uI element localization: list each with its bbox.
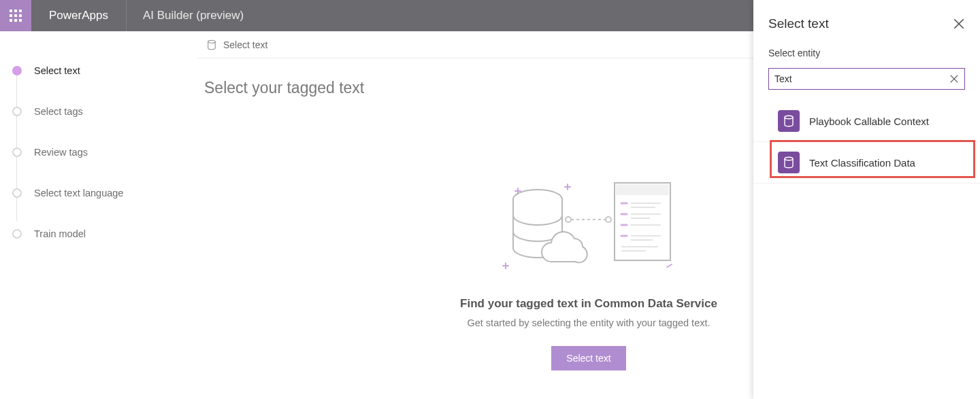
- step-label: Train model: [34, 228, 86, 239]
- database-icon: [207, 39, 216, 50]
- select-text-panel: Select text Select entity Playbook Calla…: [753, 0, 980, 399]
- entity-name: Text Classification Data: [809, 157, 915, 169]
- step-select-language[interactable]: Select text language: [12, 173, 185, 213]
- svg-point-10: [566, 217, 571, 222]
- step-dot-icon: [12, 107, 22, 116]
- page-product-title: AI Builder (preview): [127, 0, 260, 31]
- entity-list: Playbook Callable Context Text Classific…: [753, 101, 980, 184]
- breadcrumb-item: Select text: [223, 39, 267, 50]
- svg-point-33: [785, 157, 793, 160]
- entity-name: Playbook Callable Context: [809, 116, 929, 127]
- clear-search-icon[interactable]: [949, 74, 959, 84]
- step-train-model[interactable]: Train model: [12, 213, 185, 254]
- empty-state-subtitle: Get started by selecting the entity with…: [467, 317, 710, 328]
- entity-row[interactable]: Playbook Callable Context: [753, 101, 980, 142]
- svg-rect-14: [616, 184, 669, 195]
- entity-icon: [778, 152, 800, 173]
- close-icon[interactable]: [953, 18, 965, 30]
- select-text-button[interactable]: Select text: [551, 346, 625, 370]
- step-dot-icon: [12, 66, 22, 75]
- svg-point-12: [606, 217, 611, 222]
- svg-point-32: [785, 116, 793, 119]
- panel-title: Select text: [768, 16, 953, 31]
- wizard-steps: Select text Select tags Review tags Sele…: [0, 31, 197, 399]
- empty-state-illustration: [500, 179, 677, 274]
- entity-icon: [778, 110, 800, 132]
- step-label: Review tags: [34, 147, 88, 158]
- step-dot-icon: [12, 229, 22, 239]
- svg-line-8: [667, 264, 672, 267]
- step-label: Select text: [34, 65, 80, 76]
- step-dot-icon: [12, 188, 22, 198]
- brand-label[interactable]: PowerApps: [31, 0, 127, 31]
- step-select-text[interactable]: Select text: [12, 50, 185, 91]
- svg-point-0: [208, 40, 216, 43]
- entity-search-input[interactable]: [774, 73, 949, 84]
- step-select-tags[interactable]: Select tags: [12, 91, 185, 132]
- step-review-tags[interactable]: Review tags: [12, 132, 185, 173]
- step-dot-icon: [12, 148, 22, 157]
- panel-section-label: Select entity: [753, 31, 980, 64]
- empty-state-title: Find your tagged text in Common Data Ser…: [460, 297, 717, 311]
- step-label: Select tags: [34, 106, 83, 117]
- waffle-icon: [10, 10, 22, 22]
- app-launcher-button[interactable]: [0, 0, 31, 31]
- entity-search-box[interactable]: [768, 68, 965, 90]
- entity-row[interactable]: Text Classification Data: [753, 142, 980, 184]
- step-label: Select text language: [34, 188, 123, 198]
